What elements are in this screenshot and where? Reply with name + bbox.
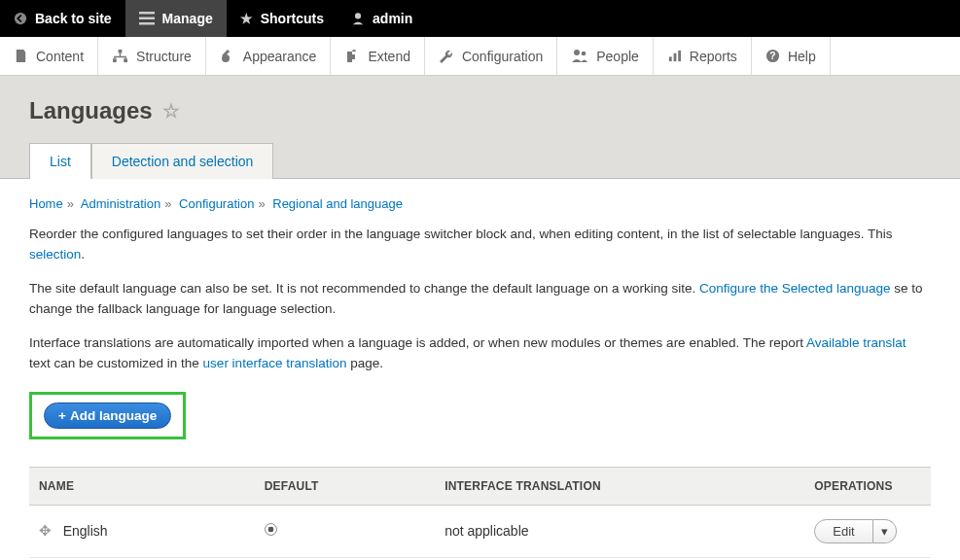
svg-rect-13 bbox=[673, 53, 676, 61]
menu-people[interactable]: People bbox=[557, 37, 654, 75]
menu-extend-label: Extend bbox=[368, 49, 410, 64]
svg-rect-14 bbox=[678, 51, 681, 61]
back-label: Back to site bbox=[35, 11, 112, 26]
svg-point-4 bbox=[355, 13, 361, 18]
menu-configuration-label: Configuration bbox=[462, 49, 543, 64]
tab-detection[interactable]: Detection and selection bbox=[91, 143, 274, 179]
svg-rect-2 bbox=[139, 18, 155, 20]
help-icon: ? bbox=[765, 49, 780, 63]
svg-rect-5 bbox=[119, 50, 123, 53]
link-available-translations[interactable]: Available translat bbox=[806, 335, 907, 350]
svg-rect-3 bbox=[139, 22, 155, 25]
svg-point-11 bbox=[582, 52, 587, 56]
page-title: Languages ☆ bbox=[29, 97, 931, 124]
description-p1: Reorder the configured languages to set … bbox=[29, 225, 931, 265]
page-title-text: Languages bbox=[29, 97, 153, 124]
add-language-button[interactable]: + Add language bbox=[44, 402, 171, 429]
operations-dropbutton: Edit ▾ bbox=[814, 519, 896, 543]
crumb-regional[interactable]: Regional and language bbox=[272, 196, 403, 211]
caret-down-icon: ▾ bbox=[881, 524, 888, 539]
people-icon bbox=[571, 49, 588, 63]
languages-table: NAME DEFAULT INTERFACE TRANSLATION OPERA… bbox=[29, 467, 931, 558]
highlight-add-language: + Add language bbox=[29, 392, 186, 439]
structure-icon bbox=[112, 49, 128, 63]
link-ui-translation[interactable]: user interface translation bbox=[203, 356, 347, 370]
menu-structure-label: Structure bbox=[136, 49, 192, 64]
col-operations: OPERATIONS bbox=[804, 467, 931, 505]
user-menu[interactable]: admin bbox=[338, 0, 426, 37]
col-name: NAME bbox=[29, 467, 255, 505]
breadcrumb: Home» Administration» Configuration» Reg… bbox=[29, 196, 931, 211]
svg-text:?: ? bbox=[769, 51, 775, 61]
shortcuts-link[interactable]: ★ Shortcuts bbox=[227, 0, 338, 37]
svg-rect-6 bbox=[113, 58, 117, 62]
reports-icon bbox=[667, 49, 682, 63]
drag-handle-icon[interactable]: ✥ bbox=[39, 522, 52, 539]
description-p3: Interface translations are automatically… bbox=[29, 333, 931, 374]
description-p2: The site default language can also be se… bbox=[29, 279, 931, 320]
manage-label: Manage bbox=[162, 11, 213, 26]
svg-rect-12 bbox=[669, 56, 672, 61]
menu-reports-label: Reports bbox=[690, 49, 737, 64]
extend-icon bbox=[344, 49, 360, 64]
tab-list[interactable]: List bbox=[29, 143, 91, 179]
menu-appearance[interactable]: Appearance bbox=[206, 37, 332, 75]
table-row: ✥ English not applicable Edit ▾ bbox=[29, 505, 931, 557]
menu-structure[interactable]: Structure bbox=[98, 37, 206, 75]
operations-toggle[interactable]: ▾ bbox=[873, 519, 897, 543]
col-interface: INTERFACE TRANSLATION bbox=[435, 467, 804, 505]
add-language-label: Add language bbox=[70, 408, 157, 423]
content-icon bbox=[14, 49, 28, 63]
crumb-home[interactable]: Home bbox=[29, 196, 63, 211]
admin-menu: Content Structure Appearance Extend Conf… bbox=[0, 37, 960, 76]
hamburger-icon bbox=[139, 12, 155, 25]
content-region: Home» Administration» Configuration» Reg… bbox=[0, 179, 960, 560]
page-header: Languages ☆ List Detection and selection bbox=[0, 76, 960, 179]
primary-tabs: List Detection and selection bbox=[29, 143, 931, 179]
col-default: DEFAULT bbox=[255, 467, 435, 505]
link-configure-selected[interactable]: Configure the Selected language bbox=[699, 281, 891, 296]
link-selection[interactable]: selection bbox=[29, 247, 81, 262]
menu-people-label: People bbox=[596, 49, 639, 64]
wrench-icon bbox=[439, 49, 454, 64]
row-name: English bbox=[63, 523, 108, 539]
top-toolbar: Back to site Manage ★ Shortcuts admin bbox=[0, 0, 960, 37]
crumb-config[interactable]: Configuration bbox=[179, 196, 254, 211]
favorite-star-icon[interactable]: ☆ bbox=[162, 99, 180, 122]
svg-point-0 bbox=[15, 13, 26, 24]
user-label: admin bbox=[373, 11, 412, 26]
plus-icon: + bbox=[58, 408, 66, 423]
chevron-left-icon bbox=[14, 12, 27, 25]
menu-extend[interactable]: Extend bbox=[331, 37, 425, 75]
svg-point-10 bbox=[574, 50, 580, 55]
user-icon bbox=[351, 12, 365, 25]
menu-help[interactable]: ? Help bbox=[752, 37, 831, 75]
back-to-site-link[interactable]: Back to site bbox=[0, 0, 125, 37]
svg-rect-1 bbox=[139, 12, 155, 15]
star-icon: ★ bbox=[240, 11, 253, 26]
manage-toggle[interactable]: Manage bbox=[125, 0, 227, 37]
svg-rect-7 bbox=[124, 58, 127, 62]
menu-configuration[interactable]: Configuration bbox=[425, 37, 557, 75]
menu-content-label: Content bbox=[36, 49, 84, 64]
menu-appearance-label: Appearance bbox=[243, 49, 317, 64]
crumb-admin[interactable]: Administration bbox=[81, 196, 160, 211]
menu-help-label: Help bbox=[788, 49, 816, 64]
menu-reports[interactable]: Reports bbox=[654, 37, 752, 75]
row-interface: not applicable bbox=[435, 505, 804, 557]
edit-button[interactable]: Edit bbox=[814, 519, 872, 543]
default-radio[interactable] bbox=[265, 523, 277, 536]
appearance-icon bbox=[220, 49, 235, 64]
shortcuts-label: Shortcuts bbox=[261, 11, 324, 26]
menu-content[interactable]: Content bbox=[0, 37, 98, 75]
